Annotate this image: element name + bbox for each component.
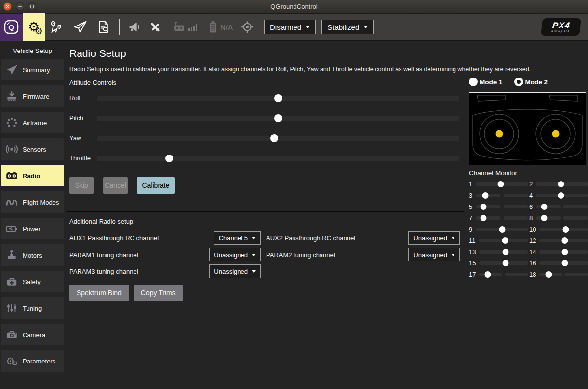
paper-plane-icon xyxy=(4,63,19,76)
analyze-view-button[interactable] xyxy=(91,13,114,41)
aux2-channel-dropdown[interactable]: Unassigned xyxy=(408,231,460,245)
channel-handle xyxy=(502,237,508,244)
mode2-radio[interactable]: Mode 2 xyxy=(514,78,548,86)
right-stick-dot xyxy=(552,130,560,138)
aux1-label: AUX1 Passthrough RC channel xyxy=(69,234,212,242)
camera-icon xyxy=(4,328,19,341)
sidebar-item-flight-modes[interactable]: Flight Modes xyxy=(1,191,64,213)
channel-row: 7 xyxy=(469,214,528,222)
channel-handle xyxy=(482,192,488,199)
svg-text:Q: Q xyxy=(8,23,14,31)
channel-track xyxy=(536,205,588,208)
channel-number: 8 xyxy=(529,214,533,222)
channel-handle xyxy=(480,215,486,221)
radio-button-checked-icon xyxy=(514,78,523,86)
sidebar-item-firmware[interactable]: Firmware xyxy=(1,85,64,107)
sidebar-item-safety[interactable]: Safety xyxy=(1,271,64,292)
channel-monitor-heading: Channel Monitor xyxy=(469,169,586,177)
roll-label: Roll xyxy=(69,94,97,102)
channel-track xyxy=(539,273,588,276)
channel-number: 18 xyxy=(529,271,536,278)
throttle-track xyxy=(97,156,459,161)
plan-view-button[interactable]: B xyxy=(45,13,68,41)
channel-row: 18 xyxy=(529,270,588,278)
channel-number: 10 xyxy=(529,226,536,233)
channel-handle xyxy=(545,271,552,278)
channel-track xyxy=(476,228,528,231)
messages-indicator[interactable] xyxy=(128,20,141,34)
channel-number: 15 xyxy=(469,259,476,267)
channel-handle xyxy=(485,271,491,278)
sidebar-item-motors[interactable]: Motors xyxy=(1,244,64,266)
channel-number: 4 xyxy=(529,192,533,199)
aux1-channel-dropdown[interactable]: Channel 5 xyxy=(214,231,261,245)
calibrate-button[interactable]: Calibrate xyxy=(137,177,175,194)
px4-logo-text: PX4 xyxy=(552,22,571,29)
channel-row: 12 xyxy=(529,236,588,244)
sidebar-item-parameters[interactable]: ⚙⚙ Parameters xyxy=(1,350,64,372)
window-title: QGroundControl xyxy=(0,3,588,10)
copy-trims-button[interactable]: Copy Trims xyxy=(134,285,183,301)
channel-handle xyxy=(499,226,505,233)
skip-button[interactable]: Skip xyxy=(69,177,94,194)
motor-icon xyxy=(4,249,19,261)
param1-channel-dropdown[interactable]: Unassigned xyxy=(209,248,261,261)
cancel-button[interactable]: Cancel xyxy=(103,177,128,194)
fly-view-button[interactable] xyxy=(68,13,91,41)
battery-status-text: N/A xyxy=(220,23,233,31)
battery-icon xyxy=(207,20,219,34)
sidebar-item-radio[interactable]: Radio xyxy=(1,165,64,186)
spektrum-bind-button[interactable]: Spektrum Bind xyxy=(69,285,129,301)
sidebar-item-tuning[interactable]: Tuning xyxy=(1,297,64,319)
channel-number: 11 xyxy=(469,237,476,244)
sidebar-item-sensors[interactable]: Sensors xyxy=(1,138,64,160)
channel-row: 15 xyxy=(469,259,528,267)
qgc-logo-button[interactable]: Q xyxy=(0,13,23,41)
sidebar-item-camera[interactable]: Camera xyxy=(1,324,64,345)
channel-track xyxy=(476,194,528,197)
page-title: Radio Setup xyxy=(69,48,588,59)
channel-track xyxy=(479,273,528,276)
vehicle-setup-sidebar: Vehicle Setup Summary Firmware xyxy=(0,42,65,389)
download-icon xyxy=(4,90,19,103)
sidebar-item-summary[interactable]: Summary xyxy=(1,59,64,80)
gps-lock-indicator[interactable] xyxy=(240,20,255,34)
sidebar-item-airframe[interactable]: Airframe xyxy=(1,112,64,133)
pitch-label: Pitch xyxy=(69,114,97,122)
channel-handle xyxy=(502,260,508,266)
flight-mode-dropdown[interactable]: Stabilized xyxy=(321,20,374,34)
channel-number: 3 xyxy=(469,192,473,199)
channel-handle xyxy=(562,249,568,255)
qgroundcontrol-window: QGroundControl × Q ⚙ ⚙ B xyxy=(0,0,588,389)
chevron-down-icon xyxy=(364,26,368,28)
channel-track xyxy=(536,194,588,197)
channel-number: 5 xyxy=(469,203,473,210)
chevron-down-icon xyxy=(306,26,310,28)
channel-handle xyxy=(480,204,486,210)
throttle-label: Throttle xyxy=(69,155,97,162)
mode1-radio[interactable]: Mode 1 xyxy=(469,78,503,86)
roll-handle xyxy=(274,94,282,102)
battery-indicator[interactable]: N/A xyxy=(207,20,233,34)
svg-text:B: B xyxy=(58,26,60,28)
yaw-handle xyxy=(270,134,278,142)
armed-state-dropdown[interactable]: Disarmed xyxy=(264,20,316,34)
channel-track xyxy=(539,239,588,242)
rc-rssi-indicator[interactable] xyxy=(172,20,197,34)
crosshair-icon xyxy=(240,20,255,34)
channel-track xyxy=(539,228,588,231)
vehicle-setup-view-button[interactable]: ⚙ ⚙ xyxy=(23,13,45,41)
channel-row: 1 xyxy=(469,180,528,188)
radio-icon xyxy=(4,169,19,182)
channel-handle xyxy=(558,181,564,187)
gps-status-indicator[interactable] xyxy=(148,20,162,34)
sidebar-item-power[interactable]: Power xyxy=(1,218,64,239)
route-plan-icon: B xyxy=(50,20,64,34)
rc-transmitter-icon xyxy=(172,20,186,34)
param2-channel-dropdown[interactable]: Unassigned xyxy=(408,248,460,261)
param3-channel-dropdown[interactable]: Unassigned xyxy=(209,264,261,278)
satellite-icon xyxy=(148,20,162,34)
channel-handle xyxy=(541,204,547,210)
param2-label: PARAM2 tuning channel xyxy=(266,251,413,259)
channel-row: 10 xyxy=(529,225,588,233)
